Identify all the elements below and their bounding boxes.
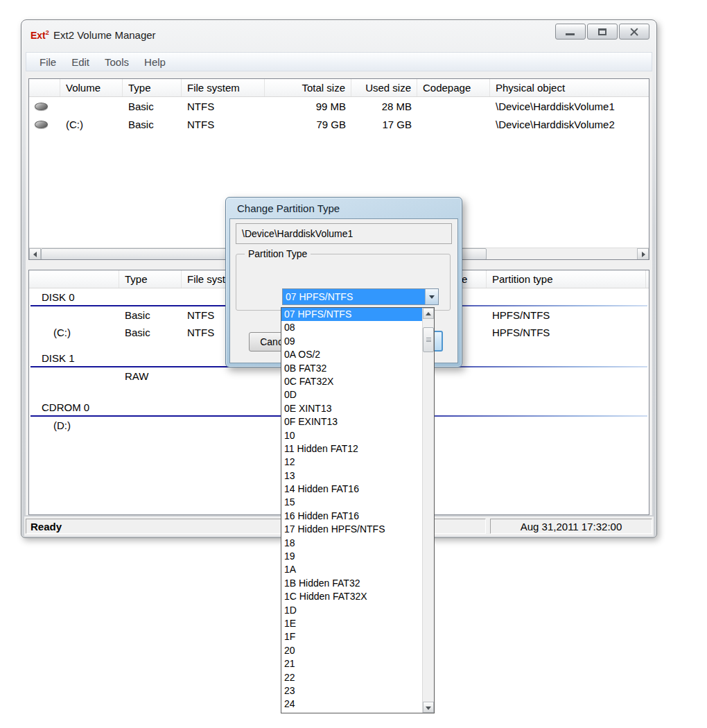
dropdown-item[interactable]: 1E bbox=[281, 617, 422, 630]
caption-buttons bbox=[555, 24, 649, 40]
app-icon: Ext2 bbox=[30, 29, 49, 41]
cell-total-size: 79 GB bbox=[265, 119, 351, 130]
arrow-right-icon bbox=[642, 252, 645, 257]
dropdown-item[interactable]: 14 Hidden FAT16 bbox=[281, 483, 422, 496]
column-blank-end[interactable] bbox=[646, 270, 649, 288]
minimize-icon bbox=[566, 33, 575, 35]
title-bar[interactable]: Ext2 Ext2 Volume Manager bbox=[21, 20, 656, 52]
dropdown-item[interactable]: 17 Hidden HPFS/NTFS bbox=[281, 523, 422, 536]
dropdown-item[interactable]: 12 bbox=[281, 456, 422, 469]
dropdown-item[interactable]: 1F bbox=[281, 630, 422, 643]
volume-row[interactable]: (C:) Basic NTFS 79 GB 17 GB \Device\Hard… bbox=[29, 115, 649, 133]
dropdown-item[interactable]: 08 bbox=[281, 321, 422, 334]
scroll-up-button[interactable] bbox=[423, 308, 434, 319]
column-type[interactable]: Type bbox=[119, 270, 182, 288]
cell-physical-object: \Device\HarddiskVolume2 bbox=[490, 119, 649, 130]
menu-help[interactable]: Help bbox=[137, 54, 173, 70]
disk-icon bbox=[35, 121, 48, 128]
scroll-right-button[interactable] bbox=[637, 248, 649, 260]
cell-type: RAW bbox=[119, 370, 182, 382]
dropdown-item[interactable]: 1B Hidden FAT32 bbox=[281, 577, 422, 590]
cell-partition-type: HPFS/NTFS bbox=[487, 327, 646, 338]
column-codepage[interactable]: Codepage bbox=[417, 79, 490, 96]
column-partition-type[interactable]: Partition type bbox=[487, 270, 646, 288]
cell-physical-object: \Device\HarddiskVolume1 bbox=[490, 101, 649, 112]
dropdown-item[interactable]: 0F EXINT13 bbox=[281, 415, 422, 428]
cell-volume: (D:) bbox=[29, 419, 119, 431]
menu-tools[interactable]: Tools bbox=[97, 54, 137, 70]
combobox-value: 07 HPFS/NTFS bbox=[283, 289, 425, 304]
cell-volume: (C:) bbox=[29, 327, 119, 338]
column-used-size[interactable]: Used size bbox=[351, 79, 417, 96]
cell-type: Basic bbox=[119, 327, 182, 338]
dropdown-item[interactable]: 10 bbox=[281, 429, 422, 442]
cell-type: Basic bbox=[123, 101, 182, 112]
maximize-icon bbox=[598, 28, 606, 35]
dropdown-item[interactable]: 0B FAT32 bbox=[281, 362, 422, 375]
dialog-title: Change Partition Type bbox=[237, 202, 340, 214]
dropdown-item[interactable]: 18 bbox=[281, 537, 422, 550]
close-button[interactable] bbox=[619, 24, 649, 40]
volume-list-header: Volume Type File system Total size Used … bbox=[29, 79, 649, 97]
column-physical-object[interactable]: Physical object bbox=[490, 79, 649, 96]
dropdown-item[interactable]: 0E XINT13 bbox=[281, 402, 422, 415]
cell-total-size: 99 MB bbox=[265, 101, 351, 112]
dropdown-item[interactable]: 19 bbox=[281, 550, 422, 563]
scrollbar-thumb[interactable] bbox=[423, 327, 434, 352]
cell-used-size: 17 GB bbox=[351, 119, 417, 130]
dropdown-item[interactable]: 1A bbox=[281, 563, 422, 576]
partition-type-combobox[interactable]: 07 HPFS/NTFS bbox=[282, 288, 439, 305]
dropdown-vertical-scrollbar[interactable] bbox=[422, 308, 434, 713]
chevron-down-icon bbox=[429, 295, 435, 299]
dropdown-item[interactable]: 23 bbox=[281, 684, 422, 697]
menu-bar: File Edit Tools Help bbox=[26, 52, 652, 71]
cell-partition-type: HPFS/NTFS bbox=[487, 309, 646, 321]
dropdown-item[interactable]: 20 bbox=[281, 644, 422, 657]
cell-file-system: NTFS bbox=[182, 101, 265, 112]
dropdown-item[interactable]: 22 bbox=[281, 671, 422, 684]
dropdown-item[interactable]: 11 Hidden FAT12 bbox=[281, 442, 422, 456]
dropdown-item[interactable]: 16 Hidden FAT16 bbox=[281, 510, 422, 523]
cell-type: Basic bbox=[123, 119, 182, 130]
column-total-size[interactable]: Total size bbox=[265, 79, 351, 96]
arrow-up-icon bbox=[426, 312, 431, 315]
dropdown-item[interactable]: 13 bbox=[281, 469, 422, 483]
combobox-dropdown-button[interactable] bbox=[425, 289, 438, 304]
arrow-down-icon bbox=[426, 707, 431, 710]
disk-icon bbox=[35, 103, 48, 110]
dropdown-item[interactable]: 15 bbox=[281, 496, 422, 509]
dropdown-item[interactable]: 1C Hidden FAT32X bbox=[281, 590, 422, 603]
dropdown-item[interactable]: 1D bbox=[281, 604, 422, 617]
device-path-label: \Device\HarddiskVolume1 bbox=[236, 223, 452, 244]
cell-volume: (C:) bbox=[60, 119, 123, 130]
column-volume[interactable]: Volume bbox=[60, 79, 123, 96]
status-datetime: Aug 31,2011 17:32:00 bbox=[490, 519, 652, 534]
cell-file-system: NTFS bbox=[182, 119, 265, 130]
arrow-left-icon bbox=[33, 252, 37, 257]
menu-edit[interactable]: Edit bbox=[64, 54, 97, 70]
cell-type: Basic bbox=[119, 309, 182, 321]
minimize-button[interactable] bbox=[555, 24, 586, 40]
column-file-system[interactable]: File system bbox=[182, 79, 265, 96]
dropdown-item[interactable]: 0D bbox=[281, 388, 422, 401]
dropdown-item[interactable]: 09 bbox=[281, 335, 422, 348]
window-title: Ext2 Volume Manager bbox=[53, 29, 156, 41]
dropdown-item[interactable]: 21 bbox=[281, 657, 422, 670]
dropdown-items: 07 HPFS/NTFS 08 09 0A OS/2 0B FAT32 0C F… bbox=[281, 308, 422, 713]
dropdown-item[interactable]: 07 HPFS/NTFS bbox=[281, 308, 422, 321]
column-type[interactable]: Type bbox=[123, 79, 182, 96]
cell-used-size: 28 MB bbox=[351, 101, 417, 112]
dropdown-item[interactable]: 24 bbox=[281, 697, 422, 711]
dropdown-item[interactable]: 0C FAT32X bbox=[281, 375, 422, 388]
groupbox-label: Partition Type bbox=[245, 248, 311, 259]
column-blank[interactable] bbox=[29, 270, 119, 288]
maximize-button[interactable] bbox=[587, 24, 618, 40]
column-icon[interactable] bbox=[29, 79, 60, 96]
volume-row[interactable]: Basic NTFS 99 MB 28 MB \Device\HarddiskV… bbox=[29, 97, 649, 115]
menu-file[interactable]: File bbox=[32, 54, 64, 70]
partition-type-dropdown-list: 07 HPFS/NTFS 08 09 0A OS/2 0B FAT32 0C F… bbox=[281, 307, 435, 713]
thumb-grip-icon bbox=[426, 338, 431, 342]
scroll-down-button[interactable] bbox=[423, 702, 434, 713]
scroll-left-button[interactable] bbox=[29, 248, 41, 260]
dropdown-item[interactable]: 0A OS/2 bbox=[281, 348, 422, 361]
